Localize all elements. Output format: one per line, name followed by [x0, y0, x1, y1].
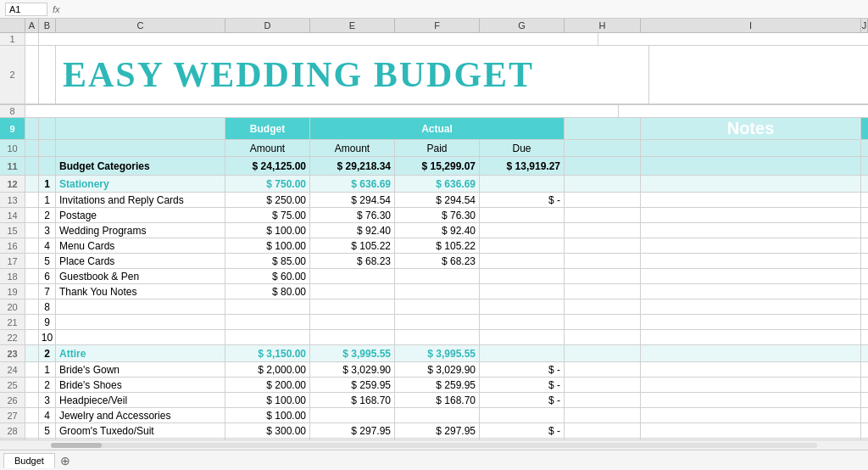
- cell-e[interactable]: [310, 330, 395, 344]
- cell-d[interactable]: $ 2,000.00: [225, 362, 310, 377]
- cell-h[interactable]: [565, 176, 641, 192]
- r10-h[interactable]: [565, 140, 641, 156]
- cell-a[interactable]: [25, 378, 39, 392]
- col-header-a[interactable]: A: [25, 19, 39, 32]
- cell-b[interactable]: 1: [39, 362, 56, 377]
- cell-h[interactable]: [565, 393, 641, 407]
- cell-d[interactable]: [225, 299, 310, 314]
- cell-f[interactable]: $ 259.95: [395, 378, 480, 392]
- cell-e[interactable]: $ 3,995.55: [310, 345, 395, 361]
- cell-i[interactable]: [641, 284, 861, 299]
- r11-a[interactable]: [25, 157, 39, 175]
- cell-h[interactable]: [565, 193, 641, 207]
- cell-e[interactable]: [310, 315, 395, 329]
- col-header-j[interactable]: J: [861, 19, 868, 32]
- cell-h[interactable]: [565, 284, 641, 299]
- cell-b[interactable]: 7: [39, 284, 56, 299]
- r11-total-actual[interactable]: $ 29,218.34: [310, 157, 395, 175]
- r10-amount2[interactable]: Amount: [310, 140, 395, 156]
- cell-h[interactable]: [565, 345, 641, 361]
- cell-c[interactable]: Menu Cards: [56, 238, 225, 253]
- cell-i[interactable]: [641, 378, 861, 392]
- cell-f[interactable]: $ 76.30: [395, 208, 480, 222]
- cell-i[interactable]: [641, 330, 861, 344]
- cell-b[interactable]: 3: [39, 223, 56, 238]
- cell-a[interactable]: [25, 315, 39, 329]
- cell-c[interactable]: Guestbook & Pen: [56, 269, 225, 283]
- cell-b[interactable]: 2: [39, 208, 56, 222]
- cell-i[interactable]: [641, 193, 861, 207]
- cell-e[interactable]: $ 297.95: [310, 423, 395, 438]
- cell-i[interactable]: [641, 393, 861, 407]
- cell-b[interactable]: 4: [39, 408, 56, 422]
- cell-h[interactable]: [565, 269, 641, 283]
- cell-d[interactable]: $ 250.00: [225, 193, 310, 207]
- cell-f[interactable]: $ 3,029.90: [395, 362, 480, 377]
- r9-h[interactable]: [565, 118, 641, 139]
- cell-i[interactable]: [641, 315, 861, 329]
- cell-g[interactable]: $ -: [480, 378, 565, 392]
- r10-paid[interactable]: Paid: [395, 140, 480, 156]
- cell-e[interactable]: $ 168.70: [310, 393, 395, 407]
- cell-a[interactable]: [25, 284, 39, 299]
- cell-h[interactable]: [565, 299, 641, 314]
- cell-h[interactable]: [565, 208, 641, 222]
- cell-h[interactable]: [565, 378, 641, 392]
- cell-g[interactable]: [480, 345, 565, 361]
- horizontal-scrollbar[interactable]: [0, 439, 868, 450]
- cell-g[interactable]: $ -: [480, 423, 565, 438]
- r1-a[interactable]: [25, 33, 39, 45]
- cell-h[interactable]: [565, 330, 641, 344]
- cell-d[interactable]: $ 100.00: [225, 408, 310, 422]
- r8-rest[interactable]: [25, 105, 619, 117]
- cell-a[interactable]: [25, 393, 39, 407]
- cell-h[interactable]: [565, 254, 641, 268]
- r9-c[interactable]: [56, 118, 225, 139]
- cell-a[interactable]: [25, 269, 39, 283]
- col-header-d[interactable]: D: [225, 19, 310, 32]
- cell-c[interactable]: Bride's Gown: [56, 362, 225, 377]
- cell-c[interactable]: Attire: [56, 345, 225, 361]
- cell-a[interactable]: [25, 238, 39, 253]
- cell-f[interactable]: $ 105.22: [395, 238, 480, 253]
- cell-g[interactable]: $ -: [480, 393, 565, 407]
- cell-i[interactable]: [641, 423, 861, 438]
- cell-i[interactable]: [641, 408, 861, 422]
- cell-g[interactable]: [480, 408, 565, 422]
- cell-i[interactable]: [641, 299, 861, 314]
- add-tab-button[interactable]: ⊕: [57, 454, 74, 467]
- cell-c[interactable]: Invitations and Reply Cards: [56, 193, 225, 207]
- r10-amount[interactable]: Amount: [225, 140, 310, 156]
- cell-b[interactable]: 5: [39, 254, 56, 268]
- cell-d[interactable]: $ 200.00: [225, 378, 310, 392]
- title-cell[interactable]: EASY WEDDING BUDGET: [56, 46, 649, 104]
- cell-f[interactable]: $ 636.69: [395, 176, 480, 192]
- cell-e[interactable]: $ 259.95: [310, 378, 395, 392]
- cell-g[interactable]: [480, 299, 565, 314]
- cell-g[interactable]: $ -: [480, 362, 565, 377]
- cell-d[interactable]: [225, 330, 310, 344]
- col-header-h[interactable]: H: [565, 19, 641, 32]
- r11-h[interactable]: [565, 157, 641, 175]
- cell-i[interactable]: [641, 269, 861, 283]
- cell-e[interactable]: [310, 299, 395, 314]
- cell-b[interactable]: 1: [39, 176, 56, 192]
- cell-c[interactable]: Jewelry and Accessories: [56, 408, 225, 422]
- cell-h[interactable]: [565, 423, 641, 438]
- cell-f[interactable]: $ 168.70: [395, 393, 480, 407]
- cell-d[interactable]: [225, 315, 310, 329]
- cell-b[interactable]: 4: [39, 238, 56, 253]
- r1-rest[interactable]: [39, 33, 598, 45]
- cell-f[interactable]: [395, 299, 480, 314]
- cell-e[interactable]: $ 3,029.90: [310, 362, 395, 377]
- r9-actual[interactable]: Actual: [310, 118, 565, 139]
- cell-a[interactable]: [25, 345, 39, 361]
- cell-f[interactable]: [395, 315, 480, 329]
- cell-b[interactable]: 6: [39, 269, 56, 283]
- cell-b[interactable]: 2: [39, 345, 56, 361]
- cell-i[interactable]: [641, 176, 861, 192]
- r9-budget[interactable]: Budget: [225, 118, 310, 139]
- cell-a[interactable]: [25, 223, 39, 238]
- cell-c[interactable]: Place Cards: [56, 254, 225, 268]
- cell-c[interactable]: Headpiece/Veil: [56, 393, 225, 407]
